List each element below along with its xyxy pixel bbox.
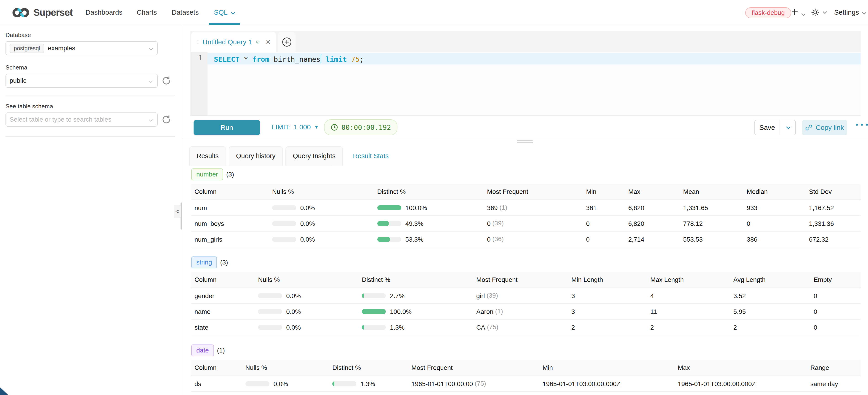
close-tab-icon[interactable]: × (266, 38, 271, 46)
table-cell: 0 (810, 320, 861, 335)
column-count: (3) (220, 259, 228, 266)
chevron-down-icon (149, 47, 153, 51)
more-actions-button[interactable] (856, 124, 868, 126)
chevron-down-icon (149, 118, 153, 122)
timer-value: 00:00:00.192 (341, 123, 391, 131)
table-cell: CA (75) (473, 320, 568, 335)
column-header: Avg Length (730, 272, 810, 288)
sidebar-divider (5, 136, 175, 137)
limit-dropdown[interactable]: LIMIT: 1 000 ▼ (272, 116, 319, 138)
database-engine-tag: postgresql (9, 44, 44, 53)
metric-bar (258, 325, 282, 330)
table-select-placeholder: Select table or type to search tables (9, 116, 111, 123)
new-item-button[interactable]: + (791, 0, 804, 25)
type-badge-string: string (191, 256, 217, 268)
metric-bar (245, 381, 270, 386)
metric-bar (258, 309, 282, 314)
chevron-down-icon (786, 125, 790, 129)
column-header: Nulls % (255, 272, 359, 288)
plus-circle-icon (282, 37, 291, 47)
table-cell: num_girls (191, 231, 269, 247)
table-cell: 386 (743, 231, 806, 247)
date-stats-table: ColumnNulls %Distinct %Most FrequentMinM… (191, 360, 861, 392)
table-cell: 1965-01-01T00:00:00 (75) (408, 376, 539, 392)
metric-bar (377, 221, 401, 226)
table-cell: 3 (568, 288, 647, 304)
result-stats-content: number (3) ColumnNulls %Distinct %Most F… (191, 169, 861, 395)
metric-bar (362, 293, 386, 298)
table-cell: 3.52 (730, 288, 810, 304)
type-badge-number: number (191, 169, 223, 180)
table-cell: 3 (568, 304, 647, 320)
code-token: SELECT (214, 55, 240, 63)
collapse-sidebar-button[interactable]: < (174, 205, 181, 218)
plus-icon: + (791, 5, 798, 19)
column-header: Distinct % (374, 184, 484, 200)
table-select[interactable]: Select table or type to search tables (5, 113, 158, 127)
query-tab-title: Untitled Query 1 (203, 38, 252, 46)
sql-code-line[interactable]: SELECT * from birth_names limit 75; (214, 54, 364, 63)
query-tab-untitled-query-1[interactable]: Untitled Query 1 × (191, 32, 276, 52)
drag-handle-icon[interactable] (196, 37, 198, 47)
sql-editor[interactable]: 1 SELECT * from birth_names limit 75; (190, 52, 861, 116)
table-cell: Aaron (1) (473, 304, 568, 320)
column-header: Distinct % (329, 360, 408, 376)
stats-table: ColumnNulls %Distinct %Most FrequentMinM… (191, 360, 861, 392)
schema-select[interactable]: public (5, 73, 158, 88)
table-cell: 0 (583, 231, 625, 247)
table-cell: 0 (810, 304, 861, 320)
save-button[interactable]: Save (755, 120, 780, 135)
column-header: Median (743, 184, 806, 200)
code-token: * (240, 55, 252, 63)
column-header: Nulls % (242, 360, 329, 376)
table-cell: 5.95 (730, 304, 810, 320)
table-row: name0.0%100.0%Aaron (1)3115.950 (191, 304, 861, 320)
table-cell: 0.0% (255, 288, 359, 304)
theme-toggle-button[interactable] (811, 0, 826, 25)
table-cell: num_boys (191, 216, 269, 231)
tab-query-history[interactable]: Query history (229, 146, 283, 166)
column-header: Min Length (568, 272, 647, 288)
query-tab-bar: Untitled Query 1 × (190, 31, 861, 52)
refresh-schemas-button[interactable] (161, 75, 172, 86)
code-token: limit (326, 55, 347, 63)
superset-logo[interactable]: Superset (12, 0, 73, 25)
column-header: Column (191, 272, 255, 288)
environment-badge: flask-debug (745, 7, 791, 18)
new-query-tab-button[interactable] (278, 32, 296, 52)
column-count: (3) (226, 171, 234, 178)
table-cell: name (191, 304, 255, 320)
metric-bar (362, 325, 386, 330)
sun-icon (811, 8, 819, 17)
stats-section-number: number (3) ColumnNulls %Distinct %Most F… (191, 169, 861, 247)
column-header: Max (675, 360, 807, 376)
settings-menu[interactable]: Settings (834, 0, 865, 25)
link-icon (805, 124, 812, 131)
refresh-tables-button[interactable] (161, 115, 172, 125)
nav-dashboards[interactable]: Dashboards (86, 0, 123, 25)
nav-datasets[interactable]: Datasets (172, 0, 198, 25)
mouse-cursor (0, 387, 8, 395)
metric-bar (362, 309, 386, 314)
pane-resize-handle[interactable] (517, 140, 533, 144)
copy-link-button[interactable]: Copy link (802, 120, 847, 135)
column-header: Std Dev (806, 184, 861, 200)
editor-gutter: 1 (190, 52, 208, 116)
table-cell: 0 (36) (484, 231, 583, 247)
nav-sql[interactable]: SQL (214, 0, 234, 25)
code-token: from (252, 55, 270, 63)
tab-result-stats[interactable]: Result Stats (346, 146, 396, 166)
tab-results[interactable]: Results (189, 146, 226, 166)
run-query-button[interactable]: Run (193, 120, 260, 135)
tab-query-insights[interactable]: Query Insights (285, 146, 343, 166)
stats-section-string: string (3) ColumnNulls %Distinct %Most F… (191, 256, 861, 335)
table-cell: 0.0% (269, 200, 374, 216)
column-header: Nulls % (269, 184, 374, 200)
save-options-caret[interactable] (780, 120, 795, 135)
database-select[interactable]: postgresql examples (5, 41, 158, 55)
table-cell: 0.0% (269, 231, 374, 247)
nav-charts[interactable]: Charts (137, 0, 157, 25)
save-button-group: Save (754, 120, 796, 135)
sidebar-divider (5, 96, 175, 96)
chevron-down-icon (149, 79, 153, 83)
